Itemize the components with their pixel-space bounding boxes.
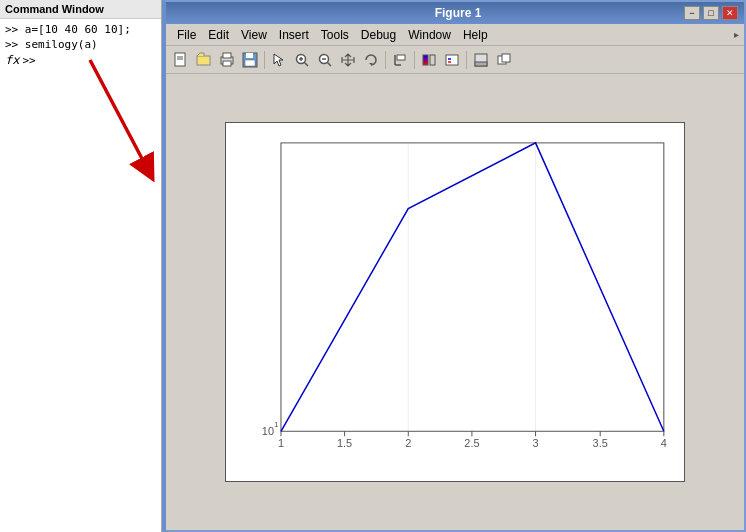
- svg-rect-23: [446, 55, 458, 65]
- svg-line-17: [328, 62, 332, 66]
- cmd-line-1: >> a=[10 40 60 10];: [5, 23, 156, 36]
- plot-container: 10 1 1 1.5 2 2.5 3 3.5 4: [166, 74, 744, 530]
- plot-area: 10 1 1 1.5 2 2.5 3 3.5 4: [225, 122, 685, 482]
- tb-separator-4: [466, 51, 467, 69]
- cmd-prompt-icon: fx: [5, 53, 19, 67]
- svg-text:2: 2: [405, 437, 411, 449]
- svg-rect-18: [397, 55, 405, 60]
- tb-datacursor-button[interactable]: [389, 49, 411, 71]
- restore-button[interactable]: □: [703, 6, 719, 20]
- svg-rect-4: [197, 56, 210, 65]
- window-controls: − □ ✕: [684, 6, 738, 20]
- svg-line-14: [305, 62, 309, 66]
- tb-print-button[interactable]: [216, 49, 238, 71]
- tb-legend-button[interactable]: [441, 49, 463, 71]
- cmd-line-2: >> semilogy(a): [5, 38, 156, 51]
- svg-rect-6: [223, 53, 231, 58]
- svg-rect-21: [423, 55, 428, 65]
- tb-zoom-in-button[interactable]: [291, 49, 313, 71]
- svg-text:10: 10: [262, 425, 274, 437]
- svg-rect-9: [246, 53, 253, 58]
- svg-rect-30: [226, 123, 683, 481]
- figure-window: Figure 1 − □ ✕ File Edit View Insert Too…: [162, 0, 746, 532]
- menu-file[interactable]: File: [171, 27, 202, 43]
- svg-text:1.5: 1.5: [337, 437, 352, 449]
- tb-pan-button[interactable]: [337, 49, 359, 71]
- menu-debug[interactable]: Debug: [355, 27, 402, 43]
- tb-separator-2: [385, 51, 386, 69]
- svg-rect-22: [430, 55, 435, 65]
- toolbar: [166, 46, 744, 74]
- command-window: Command Window >> a=[10 40 60 10]; >> se…: [0, 0, 162, 532]
- svg-rect-29: [502, 54, 510, 62]
- tb-new-button[interactable]: [170, 49, 192, 71]
- tb-zoom-out-button[interactable]: [314, 49, 336, 71]
- menu-insert[interactable]: Insert: [273, 27, 315, 43]
- menubar: File Edit View Insert Tools Debug Window…: [166, 24, 744, 46]
- menubar-expand-icon: ▸: [734, 29, 739, 40]
- tb-plottools-button[interactable]: [470, 49, 492, 71]
- svg-text:1: 1: [274, 420, 279, 429]
- cmd-prompt: fx >>: [5, 53, 156, 67]
- command-window-title: Command Window: [5, 3, 104, 15]
- tb-pointer-button[interactable]: [268, 49, 290, 71]
- tb-separator-1: [264, 51, 265, 69]
- command-window-titlebar: Command Window: [0, 0, 161, 19]
- close-button[interactable]: ✕: [722, 6, 738, 20]
- figure-title: Figure 1: [232, 6, 684, 20]
- svg-text:1: 1: [278, 437, 284, 449]
- menu-window[interactable]: Window: [402, 27, 457, 43]
- minimize-button[interactable]: −: [684, 6, 700, 20]
- tb-dock-button[interactable]: [493, 49, 515, 71]
- svg-text:4: 4: [661, 437, 667, 449]
- svg-text:2.5: 2.5: [464, 437, 479, 449]
- svg-text:3: 3: [533, 437, 539, 449]
- tb-open-button[interactable]: [193, 49, 215, 71]
- tb-separator-3: [414, 51, 415, 69]
- command-window-content: >> a=[10 40 60 10]; >> semilogy(a) fx >>: [0, 19, 161, 532]
- menu-help[interactable]: Help: [457, 27, 494, 43]
- tb-colorbar-button[interactable]: [418, 49, 440, 71]
- menu-view[interactable]: View: [235, 27, 273, 43]
- svg-rect-7: [223, 61, 231, 66]
- plot-svg: 10 1 1 1.5 2 2.5 3 3.5 4: [226, 123, 684, 481]
- tb-save-button[interactable]: [239, 49, 261, 71]
- svg-rect-10: [245, 60, 255, 66]
- menu-edit[interactable]: Edit: [202, 27, 235, 43]
- figure-titlebar: Figure 1 − □ ✕: [166, 2, 744, 24]
- svg-rect-27: [475, 62, 487, 66]
- menu-tools[interactable]: Tools: [315, 27, 355, 43]
- tb-rotate-button[interactable]: [360, 49, 382, 71]
- svg-text:3.5: 3.5: [593, 437, 608, 449]
- cmd-prompt-text: >>: [22, 54, 35, 67]
